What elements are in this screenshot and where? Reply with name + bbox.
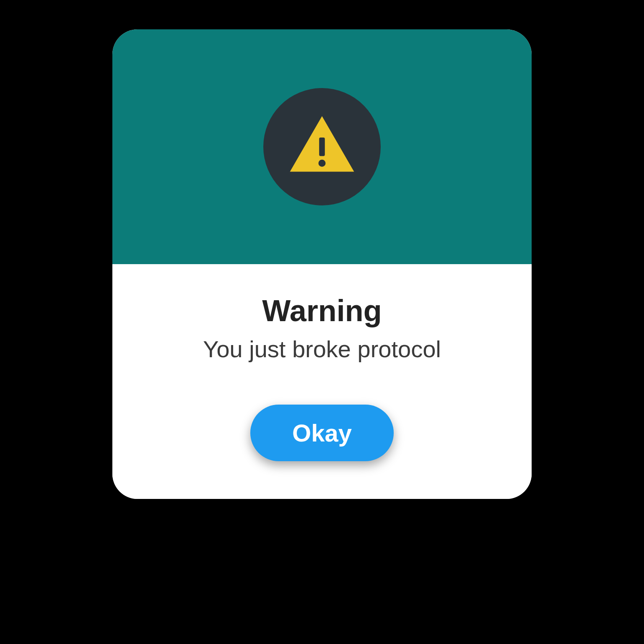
dialog-header	[112, 29, 532, 264]
svg-point-2	[319, 160, 326, 167]
dialog-title: Warning	[129, 293, 515, 328]
dialog-body: Warning You just broke protocol Okay	[112, 264, 532, 499]
okay-button[interactable]: Okay	[250, 405, 394, 461]
dialog-message: You just broke protocol	[129, 335, 515, 363]
svg-rect-1	[319, 138, 325, 156]
warning-dialog: Warning You just broke protocol Okay	[112, 29, 532, 499]
warning-icon-circle	[263, 88, 381, 205]
warning-triangle-icon	[286, 113, 358, 180]
